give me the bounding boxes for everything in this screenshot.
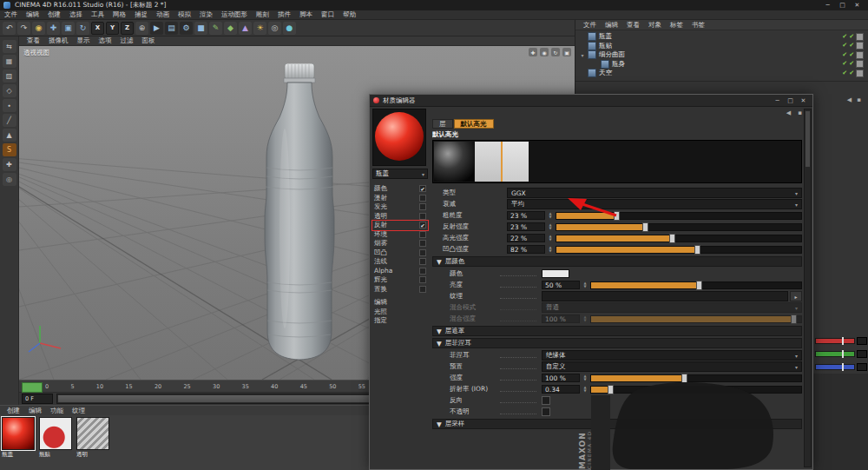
- red-channel-bar[interactable]: [815, 338, 855, 344]
- ior-field[interactable]: 0.34: [542, 385, 580, 394]
- bottle-model[interactable]: [260, 63, 339, 365]
- render-check-icon[interactable]: ✔: [849, 61, 854, 67]
- menu-item[interactable]: 编辑: [22, 10, 43, 19]
- slider-knob[interactable]: [614, 211, 620, 221]
- channel-row[interactable]: 编辑: [372, 298, 428, 308]
- texture-tag-icon[interactable]: [856, 33, 864, 41]
- snap-icon[interactable]: ◎: [3, 173, 16, 186]
- object-row[interactable]: 瓶贴 ✔ ✔: [575, 42, 868, 51]
- material-item[interactable]: 瓶盖: [2, 417, 36, 459]
- red-value-box[interactable]: [857, 337, 867, 345]
- channel-checkbox[interactable]: ✔: [419, 185, 426, 192]
- material-item[interactable]: 瓶贴: [39, 417, 74, 459]
- undo-icon[interactable]: ↶: [3, 22, 16, 35]
- expand-icon[interactable]: ▾: [580, 52, 585, 58]
- material-menu-item[interactable]: 创建: [3, 407, 24, 415]
- texture-browse-button[interactable]: ▸: [790, 291, 802, 301]
- points-mode-icon[interactable]: ∙: [3, 99, 16, 112]
- slider-knob[interactable]: [608, 385, 614, 394]
- menu-item[interactable]: 运动图形: [217, 10, 252, 19]
- type-dropdown[interactable]: GGX ▾: [507, 188, 802, 198]
- add-environment-icon[interactable]: ●: [283, 22, 296, 35]
- channel-checkbox[interactable]: [419, 231, 426, 238]
- viewport-menu-item[interactable]: 面板: [138, 36, 160, 45]
- coord-system-icon[interactable]: ⊕: [135, 22, 148, 35]
- channel-row[interactable]: 光照: [372, 308, 428, 317]
- layer-preview-strip[interactable]: [432, 140, 802, 183]
- channel-row[interactable]: 辉光: [372, 275, 428, 285]
- inverse-checkbox[interactable]: [542, 396, 550, 405]
- render-settings-icon[interactable]: ⚙: [180, 22, 193, 35]
- enable-check-icon[interactable]: ✔: [842, 61, 847, 67]
- add-light-icon[interactable]: ☀: [253, 22, 266, 35]
- material-name-field[interactable]: 瓶盖 ▾: [372, 169, 428, 179]
- material-preview-sphere[interactable]: [372, 109, 426, 166]
- stepper[interactable]: ▲▼: [547, 235, 554, 242]
- render-check-icon[interactable]: ✔: [849, 43, 854, 49]
- z-axis-button[interactable]: Z: [121, 22, 134, 35]
- blue-channel-bar[interactable]: [815, 364, 855, 370]
- channel-row[interactable]: 烟雾: [372, 239, 428, 248]
- menu-item[interactable]: 模拟: [174, 10, 195, 19]
- tab-layers[interactable]: 层: [432, 119, 453, 129]
- menu-item[interactable]: 渲染: [195, 10, 217, 19]
- channel-checkbox[interactable]: [419, 276, 426, 283]
- fresnel-dropdown[interactable]: 绝缘体 ▾: [542, 350, 802, 361]
- slider-track[interactable]: [556, 212, 802, 220]
- strength-track[interactable]: [590, 374, 802, 382]
- object-menu-item[interactable]: 对象: [644, 21, 666, 30]
- enable-check-icon[interactable]: ✔: [842, 70, 847, 76]
- polygons-mode-icon[interactable]: ▲: [3, 129, 16, 142]
- channel-checkbox[interactable]: [419, 258, 426, 265]
- slider-knob[interactable]: [669, 234, 675, 243]
- add-camera-icon[interactable]: ◎: [268, 22, 281, 35]
- brightness-track[interactable]: [590, 281, 802, 289]
- channel-row[interactable]: 环境: [372, 230, 428, 240]
- object-menu-item[interactable]: 查看: [622, 21, 644, 30]
- pan-view-icon[interactable]: ✚: [529, 48, 537, 56]
- slider-knob[interactable]: [694, 245, 700, 255]
- value-field[interactable]: 23 %: [507, 211, 545, 220]
- stepper[interactable]: ▲▼: [547, 223, 554, 230]
- layer-sampling-header[interactable]: ▼层采样: [432, 419, 802, 429]
- channel-checkbox[interactable]: [419, 286, 426, 293]
- green-value-box[interactable]: [857, 350, 867, 358]
- stepper[interactable]: ▲▼: [582, 374, 589, 381]
- viewport-menu-item[interactable]: 显示: [73, 36, 95, 45]
- texture-tag-icon[interactable]: [856, 70, 864, 77]
- enable-check-icon[interactable]: ✔: [842, 43, 847, 49]
- redo-icon[interactable]: ↷: [17, 22, 30, 35]
- viewport-menu-item[interactable]: 查看: [23, 36, 44, 45]
- value-field[interactable]: 22 %: [507, 234, 545, 242]
- channel-checkbox[interactable]: [419, 249, 426, 256]
- channel-row[interactable]: Alpha: [372, 267, 428, 276]
- channel-checkbox[interactable]: [419, 203, 426, 210]
- channel-row[interactable]: 法线: [372, 257, 428, 267]
- me-minimize-button[interactable]: ─: [772, 96, 783, 104]
- material-thumbnail[interactable]: [39, 417, 72, 450]
- maximize-button[interactable]: □: [835, 1, 850, 10]
- menu-item[interactable]: 脚本: [295, 10, 317, 19]
- slider-track[interactable]: [556, 223, 802, 231]
- value-field[interactable]: 23 %: [507, 222, 545, 231]
- edges-mode-icon[interactable]: ╱: [3, 114, 16, 127]
- object-menu-item[interactable]: 文件: [579, 21, 601, 30]
- texture-tag-icon[interactable]: [856, 42, 864, 50]
- channel-checkbox[interactable]: [419, 213, 426, 220]
- move-tool-icon[interactable]: ✚: [47, 22, 60, 35]
- object-row[interactable]: 天空 ✔ ✔: [575, 69, 868, 78]
- material-editor-titlebar[interactable]: 材质编辑器 ─□✕: [370, 95, 812, 107]
- material-menu-item[interactable]: 功能: [46, 407, 68, 415]
- material-menu-item[interactable]: 纹理: [68, 407, 89, 415]
- me-maximize-button[interactable]: □: [785, 96, 796, 104]
- channel-checkbox[interactable]: [419, 195, 426, 202]
- enable-check-icon[interactable]: ✔: [842, 34, 847, 40]
- add-spline-icon[interactable]: ✎: [209, 22, 222, 35]
- layer-color-header[interactable]: ▼ 层颜色: [432, 256, 802, 267]
- attenuation-dropdown[interactable]: 平均 ▾: [507, 199, 802, 209]
- brightness-field[interactable]: 50 %: [542, 281, 580, 289]
- texture-tag-icon[interactable]: [856, 60, 864, 68]
- material-item[interactable]: 透明: [76, 417, 111, 459]
- add-cube-icon[interactable]: ■: [194, 22, 207, 35]
- make-editable-icon[interactable]: ⇆: [3, 40, 16, 53]
